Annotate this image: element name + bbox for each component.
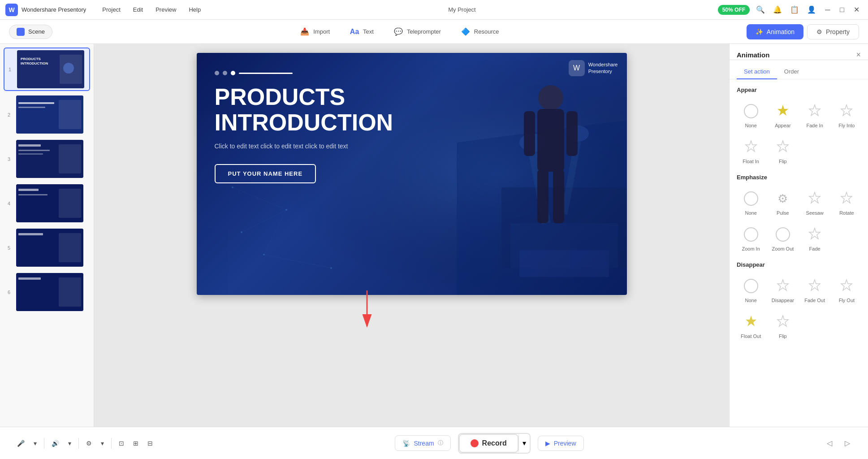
titlebar-actions: 50% OFF 🔍 🔔 📋 👤 (718, 4, 818, 16)
panel-title: Animation (737, 51, 769, 59)
window-controls: ─ □ ✕ (821, 4, 863, 16)
preview-button[interactable]: ▶ Preview (538, 436, 584, 451)
slide-number-1: 1 (6, 67, 13, 72)
nav-next-button[interactable]: ▷ (840, 436, 855, 450)
slide-item-1[interactable]: 1 PRODUCTS INTRODUCTION (4, 48, 90, 91)
menu-help[interactable]: Help (183, 4, 206, 15)
speaker-dropdown-button[interactable]: ▾ (65, 437, 75, 450)
layout-button-1[interactable]: ⊡ (115, 437, 128, 450)
menu-project[interactable]: Project (97, 4, 125, 15)
disappear-disappear-icon (773, 276, 793, 296)
scene-button[interactable]: Scene (9, 25, 52, 39)
settings-dropdown-icon: ▾ (101, 440, 104, 447)
emphasize-rotate[interactable]: Rotate (833, 186, 861, 218)
menu-edit[interactable]: Edit (128, 4, 148, 15)
maximize-button[interactable]: □ (836, 4, 848, 16)
preview-label: Preview (554, 440, 576, 447)
slide-panel: 1 PRODUCTS INTRODUCTION 2 (0, 44, 94, 427)
layout-button-3[interactable]: ⊟ (144, 437, 156, 450)
nav-prev-button[interactable]: ◁ (822, 436, 837, 450)
slide-item-4[interactable]: 4 (4, 182, 90, 224)
appear-float-in-label: Float In (743, 159, 759, 164)
record-button[interactable]: Record (459, 434, 518, 453)
slide-item-3[interactable]: 3 (4, 138, 90, 180)
disappear-disappear[interactable]: Disappear (769, 273, 797, 306)
layout-button-2[interactable]: ⊞ (130, 437, 142, 450)
settings-dropdown-button[interactable]: ▾ (97, 437, 108, 450)
disappear-float-out-icon (741, 312, 761, 332)
mic-button[interactable]: 🎤 (13, 437, 28, 450)
appear-fade-in[interactable]: Fade In (801, 99, 829, 131)
emphasize-fade[interactable]: Fade (801, 222, 829, 254)
slide-thumb-6 (16, 273, 83, 311)
appear-fly-into[interactable]: Fly Into (833, 99, 861, 131)
teleprompter-button[interactable]: 💬 Teleprompter (389, 24, 445, 39)
property-tab-button[interactable]: ⚙ Property (807, 24, 859, 39)
emphasize-pulse[interactable]: ⚙ Pulse (769, 186, 797, 218)
disappear-fade-out[interactable]: Fade Out (801, 273, 829, 306)
separator-1 (44, 438, 44, 449)
svg-rect-16 (18, 194, 48, 195)
search-icon[interactable]: 🔍 (754, 4, 767, 16)
user-icon[interactable]: 👤 (805, 4, 818, 16)
slide-item-6[interactable]: 6 (4, 271, 90, 313)
menu-bar: Project Edit Preview Help (97, 4, 206, 15)
svg-rect-17 (59, 189, 81, 218)
slide-item-2[interactable]: 2 (4, 94, 90, 135)
minimize-button[interactable]: ─ (821, 4, 834, 16)
slide-cta-button[interactable]: PUT YOUR NAME HERE (215, 164, 316, 183)
menu-preview[interactable]: Preview (150, 4, 181, 15)
tab-set-action[interactable]: Set action (737, 65, 777, 79)
animation-tab-icon: ✨ (756, 28, 763, 35)
import-button[interactable]: 📥 Import (295, 24, 334, 39)
animation-tab-button[interactable]: ✨ Animation (747, 24, 803, 39)
disappear-float-out[interactable]: Float Out (737, 309, 765, 342)
tab-order[interactable]: Order (777, 65, 806, 79)
svg-rect-6 (18, 102, 54, 104)
emphasize-zoom-in[interactable]: Zoom In (737, 222, 765, 254)
appear-appear[interactable]: Appear (769, 99, 797, 131)
layout-2-icon: ⊞ (133, 440, 138, 447)
animation-tab-label: Animation (767, 28, 795, 35)
disappear-fly-out[interactable]: Fly Out (833, 273, 861, 306)
close-panel-button[interactable]: × (856, 50, 861, 60)
notification-icon[interactable]: 🔔 (771, 4, 784, 16)
slide-canvas[interactable]: PRODUCTS INTRODUCTION Click to edit text… (197, 53, 627, 295)
layout-1-icon: ⊡ (119, 440, 124, 447)
record-dropdown-button[interactable]: ▾ (518, 434, 530, 452)
text-button[interactable]: Aa Text (345, 24, 378, 39)
emphasize-grid: None ⚙ Pulse Seesaw (737, 186, 861, 254)
svg-text:PRODUCTS: PRODUCTS (21, 57, 41, 61)
svg-rect-10 (18, 144, 41, 147)
dot-line (239, 73, 293, 74)
text-label: Text (363, 28, 374, 35)
close-button[interactable]: ✕ (850, 4, 863, 16)
toolbar-right: ✨ Animation ⚙ Property (747, 24, 859, 39)
stream-button[interactable]: 📡 Stream ⓘ (395, 435, 450, 451)
svg-marker-51 (841, 105, 852, 116)
appear-flip[interactable]: Flip (769, 134, 797, 167)
disappear-fade-out-label: Fade Out (804, 298, 825, 303)
emphasize-seesaw[interactable]: Seesaw (801, 186, 829, 218)
settings-button[interactable]: ⚙ (82, 437, 95, 450)
panel-content: Appear None Appear (730, 79, 868, 427)
svg-marker-53 (777, 141, 788, 152)
disappear-none[interactable]: None (737, 273, 765, 306)
disappear-flip[interactable]: Flip (769, 309, 797, 342)
disappear-disappear-label: Disappear (772, 298, 794, 303)
emphasize-zoom-out[interactable]: Zoom Out (769, 222, 797, 254)
svg-rect-20 (59, 233, 81, 262)
resource-button[interactable]: 🔷 Resource (456, 24, 504, 39)
speaker-button[interactable]: 🔊 (48, 437, 63, 450)
appear-none[interactable]: None (737, 99, 765, 131)
appear-float-in[interactable]: Float In (737, 134, 765, 167)
slide-item-5[interactable]: 5 (4, 227, 90, 268)
mic-icon: 🎤 (17, 440, 25, 447)
appear-appear-label: Appear (775, 123, 790, 128)
emphasize-none[interactable]: None (737, 186, 765, 218)
record-wrapper: Record ▾ (458, 433, 531, 454)
mic-dropdown-button[interactable]: ▾ (30, 437, 40, 450)
settings-icon: ⚙ (86, 440, 92, 447)
emphasize-section: Emphasize None ⚙ Pulse (737, 174, 861, 254)
clipboard-icon[interactable]: 📋 (788, 4, 801, 16)
